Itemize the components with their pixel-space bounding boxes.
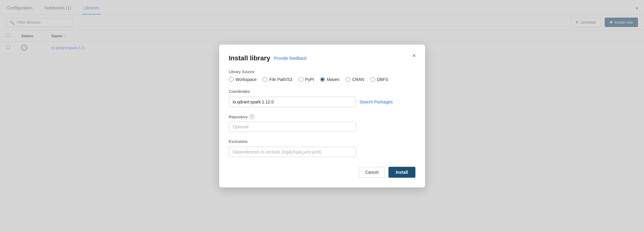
cancel-button[interactable]: Cancel [359,167,385,178]
feedback-link[interactable]: Provide feedback [274,56,306,61]
close-button[interactable]: × [409,51,419,60]
source-workspace[interactable]: Workspace [229,77,257,82]
modal-dialog: Install library Provide feedback × Libra… [219,45,425,187]
library-source-label: Library Source [229,69,415,74]
radio-cran[interactable] [345,77,350,82]
repository-label: Repository [229,115,248,119]
source-maven[interactable]: Maven [320,77,339,82]
modal-title: Install library [229,54,270,62]
repository-input[interactable] [229,122,356,132]
coordinates-input[interactable] [229,97,356,107]
source-maven-label: Maven [327,77,339,82]
modal-header: Install library Provide feedback [229,54,415,62]
exclusions-label: Exclusions [229,139,415,144]
source-cran[interactable]: CRAN [345,77,364,82]
modal-overlay: Install library Provide feedback × Libra… [0,0,644,232]
radio-dbfs[interactable] [370,77,375,82]
repository-label-row: Repository ? [229,114,415,119]
source-dbfs[interactable]: DBFS [370,77,388,82]
radio-pypi[interactable] [299,77,303,82]
install-button[interactable]: Install [388,167,415,178]
library-source-section: Library Source Workspace File Path/S3 Py… [229,69,415,82]
source-pypi[interactable]: PyPI [299,77,314,82]
radio-maven[interactable] [320,77,325,82]
source-workspace-label: Workspace [236,77,257,82]
source-filepath[interactable]: File Path/S3 [263,77,292,82]
exclusions-input[interactable] [229,147,356,157]
modal-footer: Cancel Install [229,167,415,178]
coordinates-label: Coordinates [229,89,415,94]
radio-filepath[interactable] [263,77,267,82]
source-dbfs-label: DBFS [377,77,388,82]
source-cran-label: CRAN [352,77,364,82]
coordinates-field-row: Search Packages [229,97,415,107]
exclusions-section: Exclusions [229,139,415,157]
radio-workspace[interactable] [229,77,234,82]
source-radio-group: Workspace File Path/S3 PyPI Maven CRAN [229,77,415,82]
help-icon[interactable]: ? [249,114,254,119]
coordinates-section: Coordinates Search Packages [229,89,415,107]
repository-section: Repository ? [229,114,415,132]
source-pypi-label: PyPI [305,77,314,82]
search-packages-link[interactable]: Search Packages [360,99,393,104]
source-filepath-label: File Path/S3 [269,77,292,82]
